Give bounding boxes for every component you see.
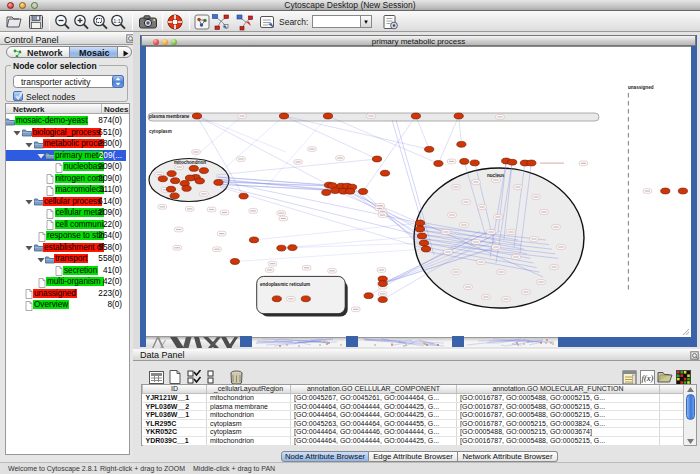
- svg-text:1:1: 1:1: [113, 18, 121, 24]
- svg-text:nucleus: nucleus: [487, 173, 505, 178]
- svg-text:plasma membrane: plasma membrane: [149, 114, 190, 119]
- svg-text:unassigned: unassigned: [628, 85, 654, 90]
- svg-text:endoplasmic reticulum: endoplasmic reticulum: [260, 282, 310, 287]
- svg-text:cytoplasm: cytoplasm: [149, 129, 172, 134]
- svg-text:f(x): f(x): [641, 372, 653, 382]
